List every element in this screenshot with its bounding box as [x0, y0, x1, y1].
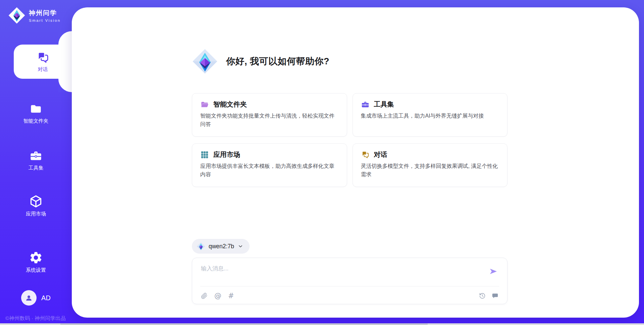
- hashtag-icon[interactable]: #: [228, 292, 234, 300]
- send-icon: [489, 267, 498, 276]
- feature-cards: 智能文件夹 智能文件夹功能支持批量文件上传与清洗，轻松实现文件问答 工具集 集成…: [192, 93, 507, 187]
- sidebar-item-label: 智能文件夹: [23, 118, 49, 124]
- card-chat[interactable]: 对话 灵活切换多模型文件，支持多样回复效果调试, 满足个性化需求: [353, 143, 508, 187]
- sidebar-item-chat[interactable]: 对话: [14, 45, 72, 79]
- active-tab-curve-top: [58, 31, 72, 45]
- horizontal-scrollbar[interactable]: [0, 323, 644, 325]
- chat-icon: [361, 150, 370, 159]
- sidebar: 神州问学 Smart Vision 对话 智能文件夹 工具集 应用市场 系统设置…: [0, 0, 72, 325]
- main-panel: 你好, 我可以如何帮助你? 智能文件夹 智能文件夹功能支持批量文件上传与清洗，轻…: [72, 7, 639, 318]
- card-description: 灵活切换多模型文件，支持多样回复效果调试, 满足个性化需求: [361, 162, 499, 179]
- card-title: 智能文件夹: [213, 100, 247, 109]
- mention-icon[interactable]: @: [214, 292, 221, 300]
- composer: qwen2:7b @ #: [192, 239, 507, 318]
- sidebar-item-label: 应用市场: [26, 211, 46, 217]
- chat-icon: [36, 51, 50, 64]
- sidebar-item-label: 系统设置: [26, 267, 46, 273]
- card-title: 工具集: [374, 100, 394, 109]
- card-description: 智能文件夹功能支持批量文件上传与清洗，轻松实现文件问答: [200, 112, 339, 129]
- folder-icon: [29, 102, 43, 116]
- card-title: 应用市场: [213, 150, 240, 159]
- gear-icon: [29, 251, 43, 265]
- chevron-down-icon: [237, 243, 244, 249]
- sidebar-item-app-market[interactable]: 应用市场: [0, 194, 72, 217]
- brand-diamond-icon: [8, 7, 25, 24]
- greeting-title: 你好, 我可以如何帮助你?: [226, 55, 329, 67]
- model-logo-icon: [197, 242, 205, 251]
- person-icon: [24, 294, 33, 302]
- avatar: [21, 290, 37, 306]
- card-smart-folder[interactable]: 智能文件夹 智能文件夹功能支持批量文件上传与清洗，轻松实现文件问答: [192, 93, 347, 137]
- sidebar-item-label: 对话: [38, 66, 48, 73]
- sidebar-item-settings[interactable]: 系统设置: [0, 251, 72, 273]
- copyright-footer: ©神州数码 · 神州问学出品: [5, 315, 66, 322]
- history-icon[interactable]: [479, 292, 486, 299]
- card-toolset[interactable]: 工具集 集成市场上主流工具，助力AI与外界无缝扩展与对接: [353, 93, 508, 137]
- paperclip-icon[interactable]: [201, 292, 208, 299]
- message-input[interactable]: [201, 265, 469, 283]
- input-divider: [200, 286, 499, 286]
- card-app-market[interactable]: 应用市场 应用市场提供丰富长文本模板，助力高效生成多样化文章内容: [192, 143, 347, 187]
- brand-name: 神州问学: [29, 9, 61, 17]
- briefcase-icon: [29, 149, 43, 162]
- card-description: 应用市场提供丰富长文本模板，助力高效生成多样化文章内容: [200, 162, 339, 179]
- brand-logo: 神州问学 Smart Vision: [8, 7, 61, 24]
- sidebar-item-smart-folder[interactable]: 智能文件夹: [0, 102, 72, 124]
- cube-icon: [29, 194, 43, 208]
- card-title: 对话: [374, 150, 387, 159]
- user-initials: AD: [41, 294, 51, 302]
- assistant-logo-icon: [192, 48, 218, 74]
- sidebar-item-label: 工具集: [29, 165, 44, 171]
- model-selector[interactable]: qwen2:7b: [192, 239, 250, 254]
- model-name: qwen2:7b: [209, 243, 234, 250]
- folder-open-icon: [200, 100, 209, 109]
- scrollbar-thumb[interactable]: [60, 323, 428, 325]
- user-account[interactable]: AD: [0, 290, 72, 306]
- card-description: 集成市场上主流工具，助力AI与外界无缝扩展与对接: [361, 112, 499, 120]
- apps-grid-icon: [200, 150, 209, 159]
- briefcase-icon: [361, 100, 370, 109]
- chat-bubble-icon[interactable]: [492, 292, 498, 299]
- active-tab-curve-bottom: [58, 79, 72, 92]
- send-button[interactable]: [488, 267, 498, 277]
- brand-subtitle: Smart Vision: [29, 18, 61, 22]
- sidebar-item-toolset[interactable]: 工具集: [0, 149, 72, 171]
- message-input-box: @ #: [192, 258, 507, 304]
- greeting-block: 你好, 我可以如何帮助你?: [192, 48, 507, 74]
